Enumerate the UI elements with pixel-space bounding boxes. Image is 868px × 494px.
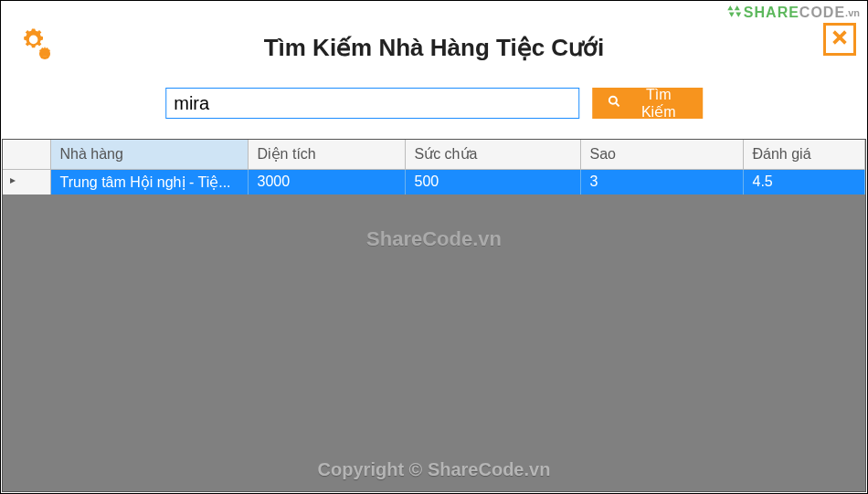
cell-area: 3000 (248, 169, 405, 194)
cell-rating: 4.5 (743, 169, 865, 194)
svg-point-2 (609, 97, 617, 104)
table-row[interactable]: Trung tâm Hội nghị - Tiệ... 3000 500 3 4… (3, 169, 865, 194)
results-table: Nhà hàng Diện tích Sức chứa Sao Đánh giá… (2, 139, 866, 492)
cell-capacity: 500 (405, 169, 580, 194)
page-title: Tìm Kiếm Nhà Hàng Tiệc Cưới (264, 34, 605, 62)
column-header-star[interactable]: Sao (580, 140, 743, 169)
settings-icon[interactable] (17, 26, 54, 63)
column-header-rating[interactable]: Đánh giá (743, 140, 865, 169)
cell-name: Trung tâm Hội nghị - Tiệ... (50, 169, 248, 194)
row-selector-header (3, 140, 50, 169)
close-button[interactable] (823, 23, 856, 56)
recycle-icon (725, 3, 742, 23)
close-icon (830, 27, 850, 51)
logo-text-share: SHARE (744, 5, 799, 21)
cell-star: 3 (580, 169, 743, 194)
brand-logo: SHARECODE.vn (725, 3, 860, 23)
search-input[interactable] (165, 88, 579, 119)
row-indicator (3, 169, 50, 194)
search-button[interactable]: Tìm Kiếm (593, 88, 703, 119)
logo-text-code: CODE (799, 5, 845, 21)
column-header-area[interactable]: Diện tích (248, 140, 405, 169)
logo-text-suffix: .vn (845, 7, 860, 18)
column-header-capacity[interactable]: Sức chứa (405, 140, 580, 169)
search-icon (608, 94, 622, 112)
search-button-label: Tìm Kiếm (630, 87, 688, 121)
column-header-name[interactable]: Nhà hàng (50, 140, 248, 169)
